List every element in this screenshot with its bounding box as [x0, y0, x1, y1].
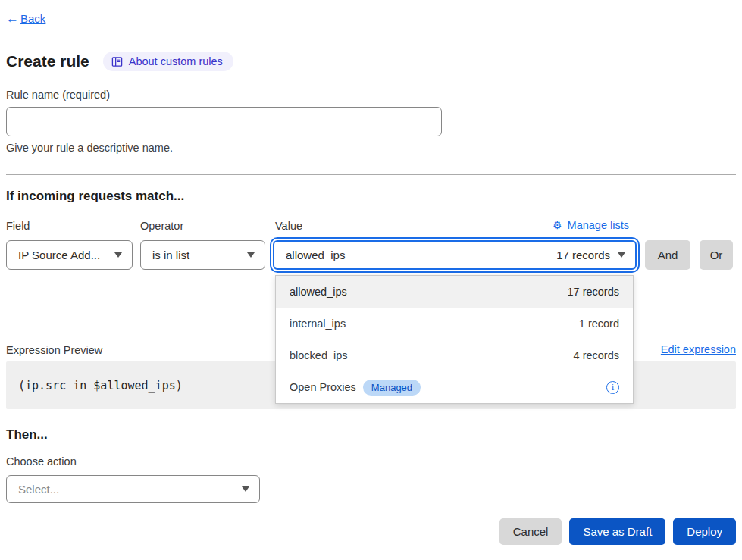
page-title: Create rule [6, 52, 89, 70]
operator-select[interactable]: is in list [140, 240, 265, 270]
value-select[interactable]: allowed_ips 17 records [273, 240, 637, 270]
footer-actions: Cancel Save as Draft Deploy [499, 518, 736, 545]
book-icon [111, 56, 123, 67]
match-section-heading: If incoming requests match... [6, 189, 184, 204]
rule-name-input[interactable] [6, 107, 442, 136]
chevron-down-icon [114, 252, 122, 258]
list-name: internal_ips [290, 318, 346, 330]
and-button[interactable]: And [645, 240, 690, 270]
title-row: Create rule About custom rules [6, 52, 233, 71]
cancel-button[interactable]: Cancel [499, 518, 562, 545]
section-divider [6, 174, 736, 175]
list-name: allowed_ips [290, 286, 347, 298]
value-select-focus-ring: allowed_ips 17 records [270, 237, 640, 273]
expression-code: (ip.src in $allowed_ips) [6, 379, 183, 393]
value-label: Value [275, 220, 302, 232]
dropdown-item-blocked-ips[interactable]: blocked_ips 4 records [276, 339, 633, 371]
then-section-heading: Then... [6, 427, 48, 443]
list-record-count: 1 record [579, 318, 619, 330]
rule-name-helper: Give your rule a descriptive name. [6, 142, 173, 154]
deploy-button[interactable]: Deploy [673, 518, 736, 545]
rule-name-label: Rule name (required) [6, 89, 110, 101]
field-select[interactable]: IP Source Add... [6, 240, 133, 270]
about-custom-rules-link[interactable]: About custom rules [103, 52, 233, 71]
save-as-draft-button[interactable]: Save as Draft [569, 518, 665, 545]
managed-badge: Managed [363, 380, 421, 396]
chevron-down-icon [247, 252, 255, 258]
back-link-label: Back [20, 12, 45, 25]
choose-action-label: Choose action [6, 455, 77, 468]
dropdown-item-open-proxies[interactable]: Open Proxies Managed i [276, 371, 633, 403]
list-name: blocked_ips [290, 349, 348, 361]
back-link[interactable]: ←Back [6, 12, 45, 25]
value-select-value: allowed_ips [286, 249, 345, 261]
list-record-count: 4 records [574, 349, 619, 361]
about-badge-label: About custom rules [129, 55, 223, 67]
list-record-count: 17 records [567, 286, 619, 298]
or-button[interactable]: Or [700, 240, 733, 270]
value-select-records: 17 records [556, 249, 610, 261]
chevron-down-icon [242, 486, 249, 492]
expression-preview-label: Expression Preview [6, 344, 102, 356]
field-select-value: IP Source Add... [18, 249, 100, 261]
field-label: Field [6, 220, 30, 232]
operator-select-value: is in list [152, 249, 189, 261]
dropdown-item-allowed-ips[interactable]: allowed_ips 17 records [276, 276, 633, 308]
info-icon[interactable]: i [606, 381, 619, 394]
gear-icon: ⚙ [553, 219, 562, 231]
action-select-placeholder: Select... [18, 483, 59, 496]
edit-expression-link[interactable]: Edit expression [661, 343, 736, 355]
operator-label: Operator [140, 220, 183, 232]
chevron-down-icon [618, 252, 625, 258]
back-arrow-icon: ← [6, 12, 19, 25]
value-dropdown: allowed_ips 17 records internal_ips 1 re… [275, 275, 634, 404]
manage-lists-link[interactable]: ⚙ Manage lists [553, 219, 629, 231]
action-select[interactable]: Select... [6, 475, 260, 503]
dropdown-item-internal-ips[interactable]: internal_ips 1 record [276, 308, 633, 339]
manage-lists-label: Manage lists [568, 219, 629, 231]
list-name: Open Proxies [290, 381, 356, 393]
